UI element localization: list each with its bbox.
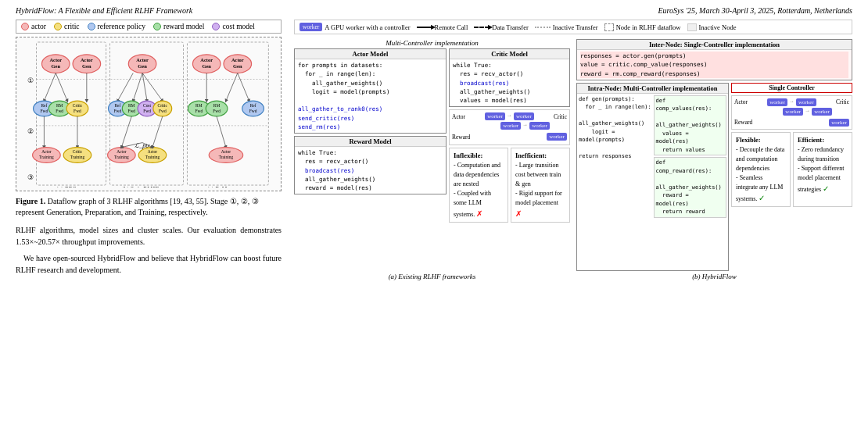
actor-circle xyxy=(21,23,29,30)
svg-text:Cost: Cost xyxy=(143,103,151,108)
inefficient-title: Inefficient: xyxy=(515,151,565,161)
gen-code: def gen(prompts): for _ in range(len): a… xyxy=(579,95,652,218)
svg-text:Critic: Critic xyxy=(158,103,168,108)
svg-text:Actor: Actor xyxy=(148,149,158,154)
svg-text:Training: Training xyxy=(70,155,85,159)
svg-text:Actor: Actor xyxy=(81,57,93,62)
body-para-2: We have open-sourced HybridFlow and beli… xyxy=(16,252,282,276)
svg-text:①: ① xyxy=(27,77,34,84)
svg-text:Training: Training xyxy=(114,155,129,159)
header-right: EuroSys '25, March 30-April 3, 2025, Rot… xyxy=(658,6,852,15)
body-para-1: RLHF algorithms, model sizes and cluster… xyxy=(16,224,282,248)
inactive-node-label: Inactive Node xyxy=(699,23,737,31)
net-b-reward-label: Reward xyxy=(734,119,752,126)
svg-text:Fwd: Fwd xyxy=(74,109,81,113)
actor-model-title: Actor Model xyxy=(295,49,446,59)
svg-text:Training: Training xyxy=(145,155,160,159)
net-a-row2: worker → worker xyxy=(452,122,567,130)
inflexible-title: Inflexible: xyxy=(454,151,504,161)
legend-cost-label: cost model xyxy=(222,23,254,30)
svg-text:Actor: Actor xyxy=(117,149,127,154)
main-content: actor critic reference policy reward mod… xyxy=(16,20,852,280)
svg-text:Gen: Gen xyxy=(52,63,61,69)
cross-icon-2: ✗ xyxy=(515,209,522,218)
svg-line-59 xyxy=(121,116,131,148)
flex-eff-b: Flexible: - Decouple the data and comput… xyxy=(731,132,852,207)
flexible-item-2: - Seamless integrate any LLM systems. ✓ xyxy=(736,173,786,204)
net-a-row3: Reward worker xyxy=(452,133,567,141)
actor-model-code: for prompts in datasets: for _ in range(… xyxy=(295,59,446,133)
network-diag-a: Actor worker → worker Critic wor xyxy=(449,109,570,145)
worker-legend-item: worker A GPU worker with a controller xyxy=(299,23,411,31)
comp-values-code: def comp_values(res): all_gather_weights… xyxy=(654,95,727,156)
svg-text:Fwd: Fwd xyxy=(249,109,257,113)
svg-line-72 xyxy=(226,73,238,102)
panel-a-bottom-label: (a) Existing RLHF frameworks xyxy=(294,273,570,280)
svg-text:Training: Training xyxy=(219,155,234,159)
svg-text:Fwd: Fwd xyxy=(195,109,203,113)
svg-text:(c) ReMax: (c) ReMax xyxy=(206,186,233,187)
flexible-item-1: - Decouple the data and computation depe… xyxy=(736,145,786,173)
svg-text:RM: RM xyxy=(213,103,221,108)
svg-line-36 xyxy=(117,73,133,102)
inflexible-item-1: - Computation and data dependencies are … xyxy=(454,161,504,189)
legend: actor critic reference policy reward mod… xyxy=(16,20,282,34)
remote-call-label: Remote Call xyxy=(435,23,468,31)
svg-text:Ref: Ref xyxy=(250,103,256,108)
svg-text:(b) Safe-RLHF: (b) Safe-RLHF xyxy=(121,186,158,187)
svg-text:Actor: Actor xyxy=(221,149,231,154)
net-a-critic-label: Critic xyxy=(554,113,567,120)
svg-text:②: ② xyxy=(27,127,34,135)
svg-line-11 xyxy=(44,73,56,102)
check-icon-2: ✓ xyxy=(823,184,829,193)
legend-critic: critic xyxy=(54,23,80,30)
svg-text:Gen: Gen xyxy=(202,63,211,69)
net-b-worker5: worker xyxy=(829,119,849,127)
svg-text:Ref: Ref xyxy=(114,103,120,108)
data-transfer-label: Data Transfer xyxy=(492,23,529,31)
legend-ref: reference policy xyxy=(88,23,145,30)
svg-text:Actor: Actor xyxy=(136,57,149,62)
reward-model-block: Reward Model while True: res = recv_acto… xyxy=(294,136,447,194)
panel-b-bottom-label: (b) HybridFlow xyxy=(576,273,852,280)
inflexible-box: Inflexible: - Computation and data depen… xyxy=(449,148,508,223)
net-a-worker4: worker xyxy=(529,122,550,130)
right-column: worker A GPU worker with a controller ▶ … xyxy=(294,20,852,280)
comp-codes: def comp_values(res): all_gather_weights… xyxy=(654,95,727,218)
figure-caption: Figure 1. Dataflow graph of 3 RLHF algor… xyxy=(16,196,282,218)
rlhf-diagram: ① ② ③ (a) PPO Actor Gen Actor Gen xyxy=(16,37,282,191)
inter-node-block: Inter-Node: Single-Controller implementa… xyxy=(576,39,852,80)
net-a-worker1: worker xyxy=(485,112,505,120)
panel-a-label: Multi-Controller implementation xyxy=(294,39,570,47)
svg-text:Critic: Critic xyxy=(73,103,83,108)
net-b-row2: worker → worker xyxy=(734,108,849,116)
flex-eff-a: Inflexible: - Computation and data depen… xyxy=(449,148,570,223)
inactive-node-item: Inactive Node xyxy=(687,23,737,31)
svg-text:Ref: Ref xyxy=(41,103,47,108)
cost-circle xyxy=(212,23,220,30)
figure-label: Figure 1. xyxy=(16,197,45,205)
efficient-item-1: - Zero redundancy during transition xyxy=(798,145,848,164)
legend-reward: reward model xyxy=(153,23,205,30)
net-a-row1: Actor worker → worker Critic xyxy=(452,112,567,120)
legend-critic-label: critic xyxy=(64,23,80,30)
panel-a: Multi-Controller implementation Actor Mo… xyxy=(294,39,570,280)
svg-text:Gen: Gen xyxy=(82,63,91,69)
single-controller-label: Single Controller xyxy=(731,83,852,93)
legend-actor-label: actor xyxy=(31,23,46,30)
svg-text:RM: RM xyxy=(195,103,203,108)
svg-text:Fwd: Fwd xyxy=(56,109,63,113)
rlhf-node-item: Node in RLHF dataflow xyxy=(604,23,681,31)
svg-text:Training: Training xyxy=(39,155,54,159)
svg-text:Gen: Gen xyxy=(138,63,147,69)
data-transfer-item: ▶ Data Transfer xyxy=(474,23,529,31)
svg-text:Gen: Gen xyxy=(233,63,242,69)
net-a-worker3: worker xyxy=(500,122,521,130)
svg-text:Fwd: Fwd xyxy=(127,109,135,113)
net-a-reward-label: Reward xyxy=(452,134,470,141)
net-b-worker2: worker xyxy=(796,98,816,106)
net-b-worker4: worker xyxy=(812,108,832,116)
panel-a-left-codes: Actor Model for prompts in datasets: for… xyxy=(294,48,447,271)
svg-text:Actor: Actor xyxy=(49,57,62,62)
inter-node-code: responses = actor.gen(prompts) value = c… xyxy=(577,50,852,80)
